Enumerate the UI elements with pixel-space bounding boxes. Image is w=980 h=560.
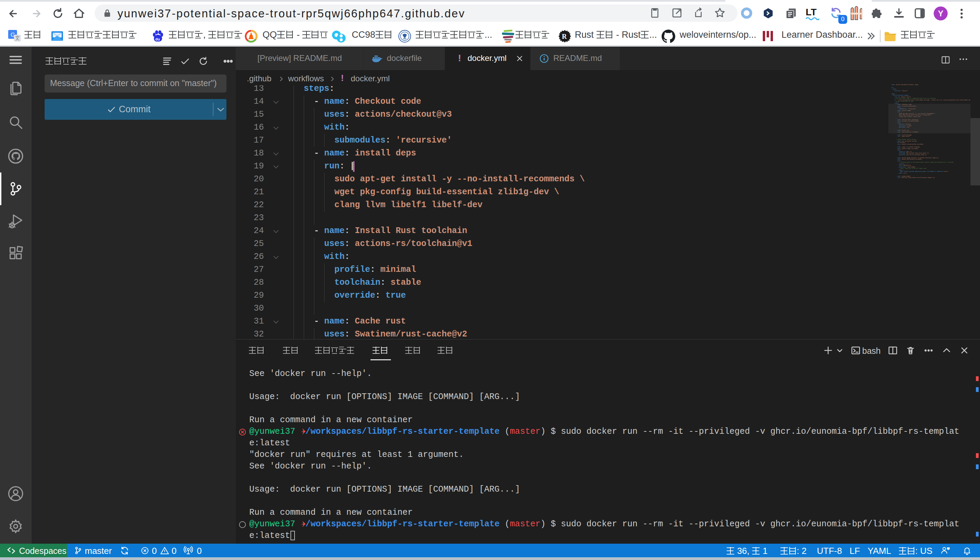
svg-text:R: R [562,33,567,40]
svg-text:du: du [155,37,160,41]
